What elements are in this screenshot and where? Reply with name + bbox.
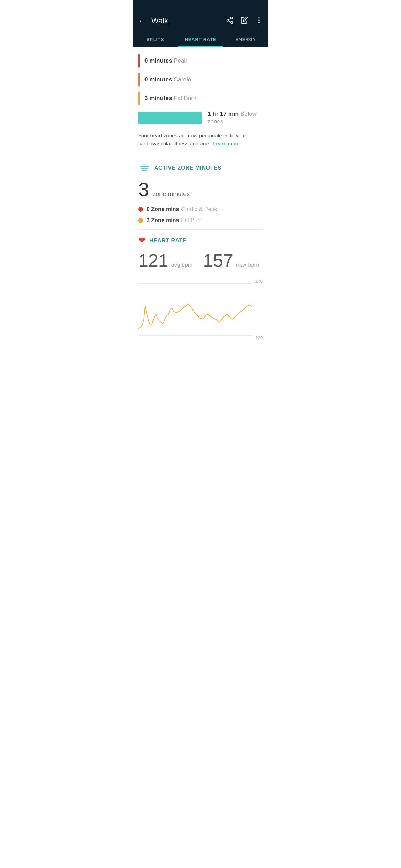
avg-bpm-label: avg bpm [171, 262, 192, 268]
heart-rate-chart: 170 120 [138, 278, 263, 354]
zone-peak-label: 0 minutes Peak [144, 57, 187, 64]
hr-title: HEART RATE [149, 238, 187, 244]
zone-peak-row: 0 minutes Peak [138, 54, 263, 68]
zone-below-label: 1 hr 17 min Below zones [207, 110, 263, 126]
azm-cardio-peak-text: 0 Zone minsCardio & Peak [147, 206, 217, 212]
dot-fatburn [138, 218, 143, 223]
azm-value: 3 [138, 180, 149, 199]
azm-stat-fatburn: 3 Zone minsFat Burn [138, 217, 263, 224]
svg-line-3 [229, 21, 231, 22]
tab-heart-rate[interactable]: HEART RATE [178, 32, 223, 47]
zone-fatburn-row: 3 minutes Fat Burn [138, 91, 263, 105]
svg-point-7 [258, 22, 260, 23]
svg-point-1 [227, 19, 229, 21]
zone-cardio-row: 0 minutes Cardio [138, 73, 263, 87]
svg-point-5 [258, 17, 260, 18]
chart-svg [138, 278, 252, 347]
svg-point-2 [231, 21, 233, 23]
avg-bpm-stat: 121 avg bpm [138, 251, 192, 270]
zone-info: Your heart zones are now personalized to… [138, 132, 263, 147]
max-bpm-value: 157 [203, 251, 233, 270]
zone-fatburn-indicator [138, 91, 140, 105]
zone-below-row: 1 hr 17 min Below zones [138, 110, 263, 126]
divider-1 [138, 156, 263, 156]
azm-title: ACTIVE ZONE MINUTES [154, 165, 222, 171]
azm-header: ACTIVE ZONE MINUTES [138, 162, 263, 174]
max-bpm-stat: 157 max bpm [203, 251, 259, 270]
max-bpm-label: max bpm [236, 262, 259, 268]
svg-point-6 [258, 19, 260, 21]
hr-header: ❤ HEART RATE [138, 235, 263, 246]
zone-below-bar [138, 112, 202, 124]
azm-subtitle: zone minutes [152, 191, 190, 198]
svg-point-0 [231, 17, 233, 19]
waves-icon [138, 162, 151, 174]
azm-fatburn-text: 3 Zone minsFat Burn [147, 217, 203, 224]
share-button[interactable] [226, 16, 234, 26]
zone-cardio-label: 0 minutes Cardio [144, 76, 191, 83]
heart-icon: ❤ [138, 235, 146, 246]
dot-cardio-peak [138, 207, 143, 212]
zone-cardio-indicator [138, 73, 140, 87]
tab-energy[interactable]: ENERGY [223, 32, 268, 47]
status-bar [133, 0, 268, 10]
page-title: Walk [151, 16, 226, 25]
zone-peak-indicator [138, 54, 140, 68]
chart-label-120: 120 [255, 335, 263, 340]
azm-stat-cardio-peak: 0 Zone minsCardio & Peak [138, 206, 263, 212]
edit-button[interactable] [241, 16, 248, 26]
divider-2 [138, 229, 263, 230]
tab-splits[interactable]: SPLITS [133, 32, 178, 47]
tab-bar: SPLITS HEART RATE ENERGY [133, 32, 268, 47]
content-area: 0 minutes Peak 0 minutes Cardio 3 minute… [133, 47, 268, 361]
header-actions [226, 16, 263, 26]
learn-more-link[interactable]: Learn more [213, 140, 240, 146]
back-button[interactable]: ← [138, 16, 146, 25]
header: ← Walk [133, 10, 268, 32]
avg-bpm-value: 121 [138, 251, 168, 270]
hr-stats: 121 avg bpm 157 max bpm [138, 251, 263, 270]
more-button[interactable] [255, 16, 263, 26]
zone-fatburn-label: 3 minutes Fat Burn [144, 95, 196, 102]
chart-label-170: 170 [255, 279, 263, 284]
svg-line-4 [229, 18, 231, 19]
